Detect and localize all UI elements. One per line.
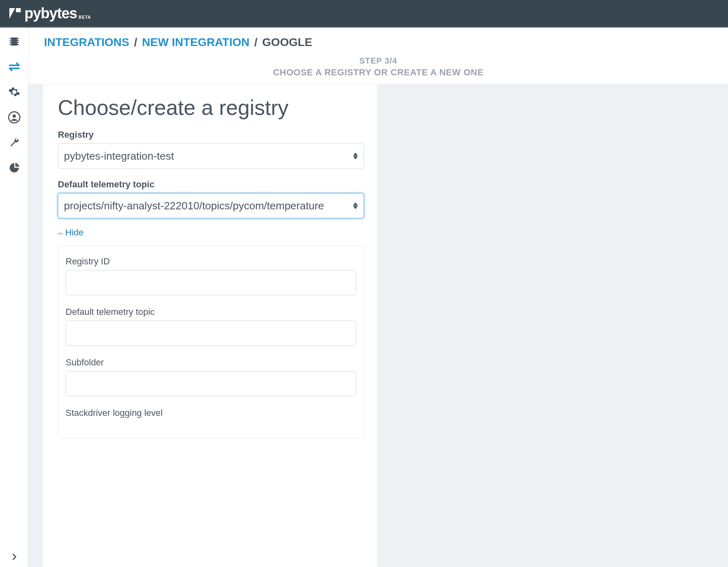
sidebar-item-analytics[interactable] [8,161,21,174]
hide-label: Hide [65,227,83,238]
subfolder-label: Subfolder [66,357,356,368]
svg-rect-0 [11,37,17,46]
telemetry-topic-select[interactable]: projects/nifty-analyst-222010/topics/pyc… [58,193,364,218]
sidebar-item-integrations[interactable] [8,60,21,73]
chevron-up-double-icon: ︽ [58,229,64,236]
breadcrumb-integrations[interactable]: INTEGRATIONS [44,36,129,48]
user-circle-icon [8,111,20,123]
sidebar-expand-button[interactable] [0,552,28,561]
hide-toggle[interactable]: ︽ Hide [58,227,364,238]
brand-beta-badge: BETA [79,15,91,20]
telemetry-topic-label: Default telemetry topic [58,179,364,190]
sidebar [0,28,29,567]
chevron-right-icon [10,552,19,561]
registry-id-input[interactable] [66,270,356,295]
step-number: STEP 3/4 [44,56,713,66]
breadcrumb-current: GOOGLE [262,36,312,48]
step-indicator: STEP 3/4 CHOOSE A REGISTRY OR CREATE A N… [44,56,713,78]
breadcrumb-sep: / [134,36,137,48]
brand-logo[interactable]: pybytes BETA [8,5,91,22]
registry-select[interactable]: pybytes-integration-test [58,143,364,169]
logging-level-label: Stackdriver logging level [66,408,356,418]
form-panel: Choose/create a registry Registry pybyte… [43,85,377,567]
wrench-icon [8,136,20,149]
sidebar-item-tools[interactable] [8,136,21,149]
breadcrumb: INTEGRATIONS / NEW INTEGRATION / GOOGLE [44,36,713,49]
brand-name: pybytes [24,5,77,22]
top-bar: pybytes BETA [0,0,728,28]
content-area: Choose/create a registry Registry pybyte… [29,85,728,567]
select-caret-icon [353,153,358,160]
sub-telemetry-input[interactable] [66,321,356,346]
telemetry-topic-value: projects/nifty-analyst-222010/topics/pyc… [64,200,324,212]
registry-label: Registry [58,130,364,140]
subfolder-input[interactable] [66,371,356,396]
page-title: Choose/create a registry [58,95,364,120]
step-description: CHOOSE A REGISTRY OR CREATE A NEW ONE [44,67,713,78]
sub-telemetry-label: Default telemetry topic [66,307,356,317]
registry-id-label: Registry ID [66,256,356,267]
exchange-icon [8,61,20,73]
pie-chart-icon [8,162,20,174]
sidebar-item-settings[interactable] [8,86,21,99]
sidebar-item-account[interactable] [8,111,21,124]
registry-select-value: pybytes-integration-test [64,150,174,163]
page-header: INTEGRATIONS / NEW INTEGRATION / GOOGLE … [29,28,728,85]
svg-point-12 [13,114,16,118]
create-registry-panel: Registry ID Default telemetry topic Subf… [58,245,364,438]
chip-icon [8,35,20,48]
breadcrumb-sep: / [254,36,258,48]
gear-icon [8,86,20,98]
sidebar-item-devices[interactable] [8,35,21,48]
breadcrumb-new-integration[interactable]: NEW INTEGRATION [142,36,250,48]
brand-mark-icon [8,7,22,20]
select-caret-icon [353,202,358,209]
